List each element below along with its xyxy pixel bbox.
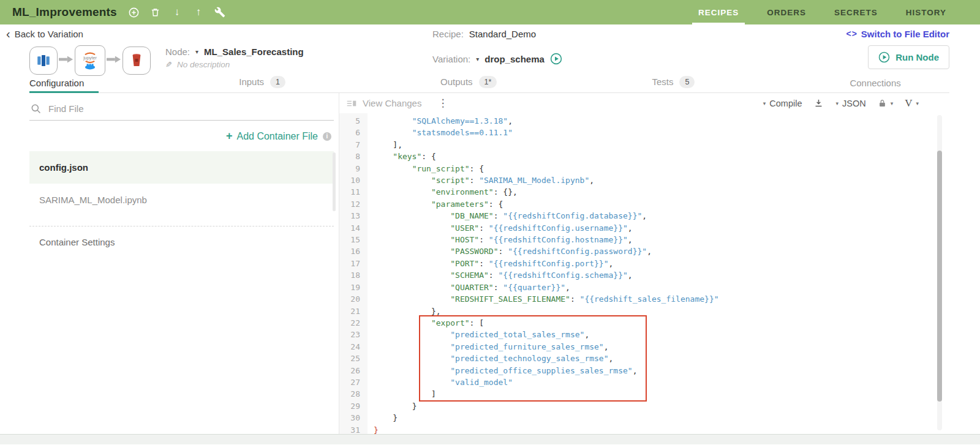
svg-text:jupyter: jupyter (83, 55, 97, 61)
editor-scrollbar-track[interactable] (937, 115, 942, 430)
view-changes-label: View Changes (363, 98, 421, 108)
chevron-down-icon[interactable]: ▾ (476, 56, 479, 62)
find-file-input[interactable] (47, 103, 333, 114)
tab[interactable]: Outputs 1* (440, 76, 497, 92)
jupyter-node-icon[interactable]: jupyter (75, 45, 105, 76)
edit-pencil-icon[interactable]: ✎ (165, 60, 172, 69)
flow-arrow-icon (107, 54, 121, 67)
node-header: jupyter Node: ▾ ML_Sales_Forecasting ✎ N… (0, 43, 980, 77)
editor-actions: ▾ Compile ▾ JSON ▾ V ▾ (763, 97, 919, 110)
add-container-file-label: Add Container File (236, 131, 318, 142)
chevron-down-icon: ▾ (763, 100, 766, 107)
move-down-icon[interactable]: ↓ (171, 6, 183, 18)
code-line: 23 "predicted_total_sales_rmse", (339, 329, 949, 340)
editor-scrollbar-thumb[interactable] (937, 151, 942, 402)
add-circle-icon[interactable] (128, 6, 140, 18)
code-line: 16 "PASSWORD": "{{redshiftConfig.passwor… (339, 245, 949, 257)
play-circle-icon (878, 51, 890, 63)
back-chevron-icon: ‹ (6, 28, 10, 40)
format-dropdown[interactable]: ▾ JSON (835, 99, 865, 108)
trash-icon[interactable] (149, 6, 162, 18)
view-changes-icon (347, 99, 356, 108)
tab-badge: 5 (679, 76, 695, 88)
compile-dropdown[interactable]: ▾ Compile (763, 99, 802, 108)
redshift-node-icon[interactable] (29, 47, 58, 75)
nav-item[interactable]: HISTORY (906, 0, 946, 24)
run-node-button[interactable]: Run Node (868, 45, 949, 69)
header-toolbar: ↓ ↑ (128, 6, 226, 18)
file-row[interactable]: config.json (29, 151, 334, 184)
code-line: 18 "SCHEMA": "{{redshiftConfig.schema}}"… (339, 269, 949, 281)
run-node-label: Run Node (895, 52, 939, 62)
tab[interactable]: Tests 5 (652, 76, 695, 92)
move-up-icon[interactable]: ↑ (192, 6, 205, 18)
tab[interactable]: Connections (850, 78, 900, 92)
back-to-variation-link[interactable]: ‹ Back to Variation (6, 28, 83, 40)
code-line: 12 "parameters": { (339, 198, 949, 210)
flow-arrow-icon (59, 54, 74, 67)
add-container-file-button[interactable]: + Add Container File (226, 130, 318, 143)
variation-value[interactable]: drop_schema (484, 54, 545, 64)
tab-label: Inputs (239, 77, 264, 87)
main-nav: RECIPES ORDERS SECRETS HISTORY (698, 0, 946, 24)
compile-label: Compile (769, 99, 802, 108)
version-icon: V (905, 97, 912, 110)
code-line: 14 "USER": "{{redshiftConfig.username}}"… (339, 222, 949, 234)
code-line: 5 "SQLAlchemy==1.3.18", (339, 115, 949, 127)
file-name: SARIMA_ML_Model.ipynb (39, 195, 147, 205)
variation-selector: Variation: ▾ drop_schema (432, 53, 562, 65)
nav-item[interactable]: RECIPES (698, 0, 739, 24)
node-label: Node: (165, 47, 190, 57)
download-icon[interactable] (813, 98, 824, 108)
play-circle-icon[interactable] (550, 53, 562, 65)
tab-label: Tests (652, 77, 673, 87)
recipe-value: Standard_Demo (469, 29, 536, 39)
nav-item[interactable]: SECRETS (834, 0, 878, 24)
code-line: 11 "environment": {}, (339, 186, 949, 198)
version-dropdown[interactable]: V ▾ (905, 97, 919, 110)
code-line: 20 "REDSHIFT_SALES_FILENAME": "{{redshif… (339, 293, 949, 305)
s3-node-icon[interactable] (123, 47, 151, 75)
file-search (29, 100, 334, 121)
node-description: No description (177, 60, 230, 69)
info-icon[interactable]: i (323, 132, 331, 141)
nav-item-label: ORDERS (767, 8, 806, 17)
recipe-label: Recipe: (432, 29, 464, 39)
variation-label: Variation: (432, 54, 470, 64)
code-line: 8 "keys": { (339, 151, 949, 162)
plus-icon: + (226, 130, 233, 143)
main-content: + Add Container File i config.json SARIM… (29, 93, 949, 434)
nav-item-label: HISTORY (906, 8, 946, 17)
add-file-row: + Add Container File i (29, 121, 334, 150)
switch-label: Switch to File Editor (861, 29, 949, 39)
code-line: 17 "PORT": "{{redshiftConfig.port}}", (339, 258, 949, 269)
tab-label: Connections (850, 78, 900, 88)
code-line: 10 "script": "SARIMA_ML_Model.ipynb", (339, 174, 949, 186)
tab[interactable]: Configuration (29, 78, 84, 92)
wrench-icon[interactable] (214, 6, 226, 18)
view-changes-button[interactable]: View Changes (347, 98, 421, 108)
chevron-down-icon[interactable]: ▾ (195, 48, 198, 55)
file-row[interactable]: SARIMA_ML_Model.ipynb (29, 184, 334, 216)
node-pipeline: jupyter (29, 44, 151, 77)
file-list-scrollbar[interactable] (333, 152, 336, 211)
nav-item[interactable]: ORDERS (767, 0, 806, 24)
node-name[interactable]: ML_Sales_Forecasting (204, 47, 304, 57)
tab-label: Outputs (440, 77, 473, 87)
code-editor-panel: View Changes ⋮ ▾ Compile ▾ JSON ▾ (339, 93, 949, 434)
file-name: config.json (39, 162, 88, 173)
code-line: 6 "statsmodels==0.11.1" (339, 127, 949, 138)
code-area[interactable]: 5 "SQLAlchemy==1.3.18",6 "statsmodels==0… (339, 113, 949, 434)
code-line: 28 ] (339, 388, 949, 400)
lock-dropdown[interactable]: ▾ (878, 99, 894, 108)
code-line: 29 } (339, 400, 949, 412)
container-settings-link[interactable]: Container Settings (29, 226, 334, 258)
code-line: 24 "predicted_furniture_sales_rmse", (339, 341, 949, 353)
recipe-breadcrumb: Recipe: Standard_Demo (432, 29, 536, 39)
switch-to-file-editor-link[interactable]: <> Switch to File Editor (846, 29, 949, 39)
file-list: config.json SARIMA_ML_Model.ipynb (29, 151, 334, 216)
chevron-down-icon: ▾ (891, 100, 894, 107)
tab[interactable]: Inputs 1 (239, 76, 285, 92)
kebab-menu-icon[interactable]: ⋮ (437, 97, 448, 110)
nav-item-label: SECRETS (834, 8, 878, 17)
